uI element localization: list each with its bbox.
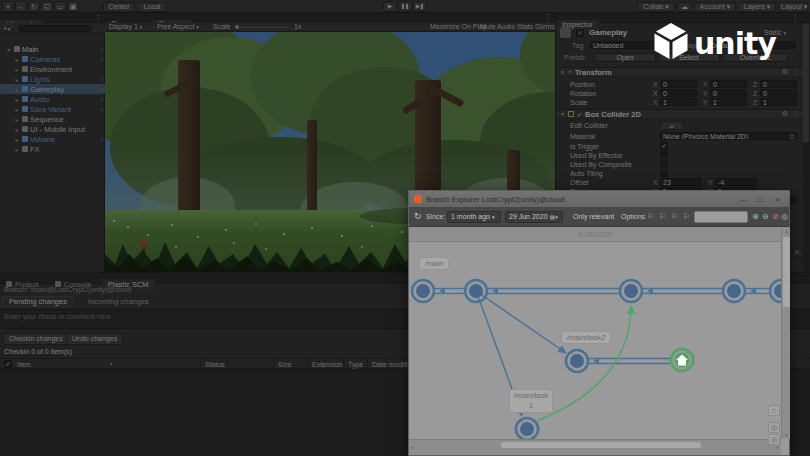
locate-branch-button[interactable]: ◎ [768, 434, 780, 445]
tab-pending-changes[interactable]: Pending changes [2, 296, 74, 307]
position-z-field[interactable]: 0 [760, 80, 797, 88]
rotation-x-field[interactable]: 0 [660, 89, 697, 97]
branch-diagram[interactable] [409, 242, 781, 448]
used-by-composite-checkbox[interactable] [660, 160, 668, 168]
rect-tool-icon[interactable]: ▭ [54, 1, 66, 12]
checkin-changes-button[interactable]: Checkin changes [3, 333, 69, 345]
only-relevant-toggle[interactable]: Only relevant [573, 213, 614, 220]
scroll-left-icon[interactable]: ◂ [411, 444, 414, 450]
expand-icon[interactable]: ▸ [14, 136, 20, 143]
step-button[interactable]: ▶ [413, 1, 427, 12]
rotation-y-field[interactable]: 0 [710, 89, 747, 97]
zoom-out-icon[interactable]: ⊖ [762, 212, 769, 221]
hierarchy-item[interactable]: ▸ Sara Variant › [0, 104, 105, 114]
column-status[interactable]: Status [205, 361, 225, 368]
rotate-tool-icon[interactable]: ↻ [28, 1, 40, 12]
cloud-button[interactable]: ☁ [677, 2, 692, 12]
scale-z-field[interactable]: 1 [760, 98, 797, 106]
hierarchy-item[interactable]: ▸ FX [0, 144, 105, 154]
box-collider-component-header[interactable]: ▼ ✓ Box Collider 2D ⚙⋮ [556, 109, 803, 119]
column-type[interactable]: Type [348, 361, 363, 368]
expand-icon[interactable]: ▸ [14, 56, 20, 63]
position-y-field[interactable]: 0 [710, 80, 747, 88]
scale-x-field[interactable]: 1 [660, 98, 697, 106]
expand-open-icon[interactable]: ▾ [6, 46, 12, 53]
maximize-on-play-toggle[interactable]: Maximize On Play [430, 23, 486, 30]
hierarchy-item[interactable]: ▸ Cameras › [0, 54, 105, 64]
position-x-field[interactable]: 0 [660, 80, 697, 88]
since-dropdown[interactable]: 1 month ago ▾ [447, 211, 501, 223]
hierarchy-item-selected[interactable]: ▸ Gameplay › [0, 84, 105, 94]
zoom-in-icon[interactable]: ⊕ [752, 212, 759, 221]
scroll-down-icon[interactable]: ▼ [784, 432, 789, 438]
aspect-dropdown[interactable]: Free Aspect ▾ [157, 23, 199, 30]
scale-slider-handle[interactable] [235, 25, 239, 29]
column-size[interactable]: Size [278, 361, 292, 368]
view-tool-icon[interactable]: ⌖ [2, 1, 14, 12]
horizontal-scrollbar[interactable]: ◂ ▸ [409, 439, 781, 455]
expand-icon[interactable]: ▸ [14, 116, 20, 123]
flag-icon[interactable]: ⚐ [683, 212, 690, 221]
transform-tool-icon[interactable]: ▣ [67, 1, 79, 12]
used-by-effector-checkbox[interactable] [660, 151, 668, 159]
expand-icon[interactable]: ▸ [14, 96, 20, 103]
pause-button[interactable] [398, 1, 412, 12]
hierarchy-item[interactable]: ▸ Volume › [0, 134, 105, 144]
is-trigger-checkbox[interactable]: ✓ [660, 142, 668, 150]
refresh-icon[interactable]: ↻ [414, 211, 422, 221]
minimize-button[interactable]: – [737, 195, 750, 204]
offset-y-field[interactable]: -4 [715, 178, 757, 186]
stats-toggle[interactable]: Stats [517, 23, 533, 30]
select-all-checkbox[interactable]: ✓ [4, 360, 12, 368]
column-item[interactable]: Item [17, 361, 31, 368]
options-button[interactable]: Options [621, 213, 645, 220]
expand-icon[interactable]: ▸ [14, 126, 20, 133]
maximize-button[interactable]: □ [754, 195, 767, 204]
hierarchy-item[interactable]: ▸ Audio › [0, 94, 105, 104]
window-title-bar[interactable]: Branch Explorer LostCrypt2(unity)@cloud … [409, 191, 789, 207]
move-tool-icon[interactable]: ↔ [15, 1, 27, 12]
go-home-button[interactable]: ⌂ [768, 405, 780, 416]
scale-slider[interactable] [237, 27, 289, 28]
locate-changeset-button[interactable]: ◎ [768, 422, 780, 433]
panel-menu-icon[interactable]: ⋮ [94, 14, 102, 23]
vertical-scrollbar[interactable]: ▲ ▼ [781, 227, 790, 439]
component-enabled-checkbox[interactable]: ✓ [577, 111, 582, 118]
flag-icon[interactable]: ⚐ [647, 212, 654, 221]
scale-tool-icon[interactable]: ◱ [41, 1, 53, 12]
tab-incoming-changes[interactable]: Incoming changes [82, 296, 155, 307]
prefab-open-button[interactable]: Open [594, 53, 656, 62]
branch-diagram-area[interactable]: 6/28/2020 [409, 227, 781, 448]
create-object-button[interactable]: +▾ [3, 24, 10, 33]
collapsed-widget[interactable]: ▾ [792, 248, 802, 257]
gear-icon[interactable]: ⚙ [782, 110, 788, 118]
branch-label-main[interactable]: /main [419, 257, 449, 270]
scrollbar-thumb[interactable] [783, 237, 790, 307]
active-checkbox[interactable]: ✓ [576, 29, 584, 37]
expand-icon[interactable]: ▸ [14, 76, 20, 83]
expand-icon[interactable]: ▸ [14, 106, 20, 113]
hierarchy-item-main[interactable]: ▾ Main › [0, 44, 105, 54]
diagram-search-input[interactable] [694, 211, 748, 223]
pivot-toggle-button[interactable]: Center [103, 2, 135, 12]
hierarchy-item[interactable]: ▸ Environment [0, 64, 105, 74]
collab-button[interactable]: Collab ▾ [637, 2, 675, 12]
play-button[interactable]: ▶ [383, 1, 397, 12]
space-toggle-button[interactable]: Local [137, 2, 167, 12]
date-picker[interactable]: 29 Jun 2020 ▦▾ [505, 211, 563, 223]
expand-icon[interactable]: ▸ [14, 66, 20, 73]
scale-y-field[interactable]: 1 [710, 98, 747, 106]
zoom-fit-icon[interactable]: ◎ [781, 212, 788, 221]
mute-audio-toggle[interactable]: Mute Audio [480, 23, 515, 30]
scroll-up-icon[interactable]: ▲ [784, 228, 789, 234]
menu-dots-icon[interactable]: ⋮ [792, 110, 799, 118]
expand-icon[interactable]: ▸ [14, 146, 20, 153]
expand-icon[interactable]: ▸ [14, 86, 20, 93]
account-button[interactable]: Account ▾ [694, 2, 736, 12]
layout-button[interactable]: Layout ▾ [778, 2, 808, 12]
hierarchy-search-input[interactable] [18, 25, 92, 32]
column-extension[interactable]: Extension [312, 361, 343, 368]
edit-collider-button[interactable]: ▱ [660, 121, 684, 130]
layers-button[interactable]: Layers ▾ [738, 2, 776, 12]
branch-explorer-window[interactable]: Branch Explorer LostCrypt2(unity)@cloud … [408, 190, 790, 456]
